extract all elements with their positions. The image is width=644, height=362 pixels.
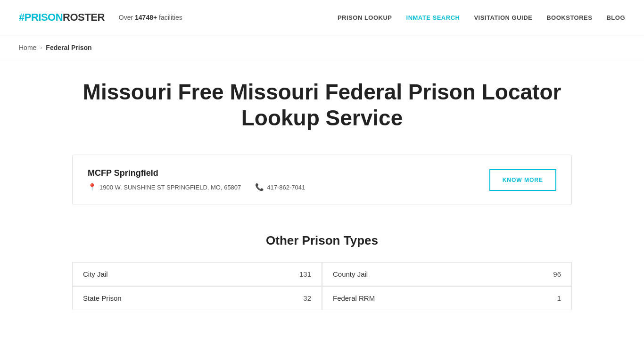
nav-bookstores[interactable]: BOOKSTORES (546, 14, 592, 21)
page-title: Missouri Free Missouri Federal Prison Lo… (72, 79, 572, 131)
prison-type-item[interactable]: County Jail96 (322, 262, 572, 286)
prison-type-name: City Jail (83, 270, 108, 278)
logo-prison: PRISON (25, 11, 63, 23)
facility-address-detail: 1900 W. SUNSHINE ST SPRINGFIELD, MO, 658… (88, 183, 241, 191)
breadcrumb-chevron: › (40, 44, 42, 51)
facility-card: MCFP Springfield 1900 W. SUNSHINE ST SPR… (72, 155, 572, 205)
prison-type-count: 1 (557, 294, 561, 302)
facility-phone: 417-862-7041 (267, 184, 305, 191)
prison-type-count: 96 (553, 270, 561, 278)
prison-types-grid: City Jail131County Jail96State Prison32F… (72, 262, 572, 310)
logo-roster: ROSTER (63, 11, 105, 23)
breadcrumb-home[interactable]: Home (19, 44, 36, 51)
prison-type-item[interactable]: State Prison32 (72, 286, 322, 310)
know-more-button[interactable]: KNOW MORE (489, 169, 556, 191)
prison-type-item[interactable]: City Jail131 (72, 262, 322, 286)
prison-type-name: State Prison (83, 294, 122, 302)
facilities-count-text: Over 14748+ facilities (119, 14, 182, 21)
logo-hash: # (19, 11, 25, 23)
site-header: #PRISONROSTER Over 14748+ facilities PRI… (0, 0, 644, 35)
facility-phone-detail: 417-862-7041 (255, 183, 305, 191)
prison-type-item[interactable]: Federal RRM1 (322, 286, 572, 310)
nav-blog[interactable]: BLOG (606, 14, 625, 21)
facility-details: 1900 W. SUNSHINE ST SPRINGFIELD, MO, 658… (88, 183, 471, 191)
site-logo[interactable]: #PRISONROSTER (19, 11, 105, 24)
nav-visitation-guide[interactable]: VISITATION GUIDE (474, 14, 532, 21)
other-types-title: Other Prison Types (72, 233, 572, 248)
facility-address: 1900 W. SUNSHINE ST SPRINGFIELD, MO, 658… (99, 184, 241, 191)
facility-info: MCFP Springfield 1900 W. SUNSHINE ST SPR… (88, 168, 471, 191)
prison-type-count: 32 (303, 294, 311, 302)
location-icon (88, 183, 97, 191)
phone-icon (255, 183, 264, 191)
nav-inmate-search[interactable]: INMATE SEARCH (406, 14, 460, 21)
prison-type-name: County Jail (333, 270, 368, 278)
main-nav: PRISON LOOKUP INMATE SEARCH VISITATION G… (338, 14, 625, 21)
prison-type-name: Federal RRM (333, 294, 375, 302)
facility-name: MCFP Springfield (88, 168, 471, 178)
nav-prison-lookup[interactable]: PRISON LOOKUP (338, 14, 392, 21)
main-content: Missouri Free Missouri Federal Prison Lo… (63, 60, 581, 329)
prison-type-count: 131 (299, 270, 311, 278)
breadcrumb-current: Federal Prison (46, 44, 91, 51)
breadcrumb: Home › Federal Prison (0, 35, 644, 60)
